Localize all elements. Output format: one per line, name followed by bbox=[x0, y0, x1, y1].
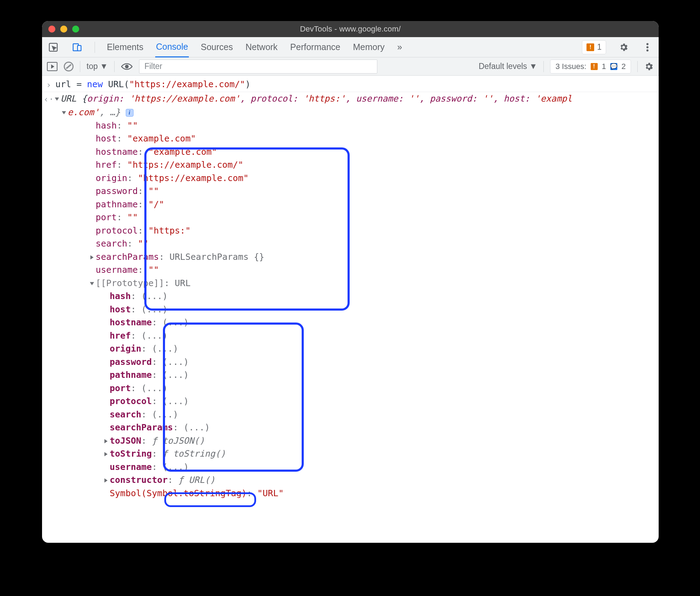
tab-elements[interactable]: Elements bbox=[106, 37, 144, 57]
expand-icon[interactable] bbox=[62, 111, 66, 115]
prop-value: URL bbox=[175, 278, 191, 288]
prop-row[interactable]: href: "https://example.com/" bbox=[42, 158, 659, 172]
prop-key: pathname bbox=[110, 370, 152, 380]
minimize-icon[interactable] bbox=[60, 26, 67, 33]
prop-key: , protocol: bbox=[240, 93, 303, 104]
prop-line: toString: ƒ toString() bbox=[55, 447, 659, 460]
zoom-icon[interactable] bbox=[72, 26, 79, 33]
inspect-icon[interactable] bbox=[47, 41, 60, 54]
prop-row[interactable]: pathname: "/" bbox=[42, 198, 659, 211]
prop-value: '' bbox=[409, 93, 419, 104]
prop-key: searchParams bbox=[110, 422, 173, 432]
prop-row[interactable]: search: (...) bbox=[42, 408, 659, 421]
keyword-new: new bbox=[87, 79, 103, 89]
prop-row[interactable]: protocol: "https:" bbox=[42, 224, 659, 237]
expand-icon[interactable] bbox=[104, 452, 108, 456]
prop-row[interactable]: port: "" bbox=[42, 211, 659, 224]
show-sidebar-icon[interactable] bbox=[47, 62, 57, 71]
tab-console[interactable]: Console bbox=[155, 37, 189, 57]
issues-chip[interactable]: 3 Issues: ! 1 💬 2 bbox=[550, 60, 631, 74]
prop-row[interactable]: host: (...) bbox=[42, 303, 659, 316]
class-name: URL bbox=[103, 79, 124, 89]
prop-row[interactable]: protocol: (...) bbox=[42, 395, 659, 408]
prop-row[interactable]: href: (...) bbox=[42, 329, 659, 342]
prop-row[interactable]: username: (...) bbox=[42, 460, 659, 474]
svg-point-4 bbox=[646, 46, 648, 48]
prop-value: "/" bbox=[149, 199, 164, 209]
prop-row[interactable]: hostname: (...) bbox=[42, 316, 659, 329]
issues-warn-count: 1 bbox=[602, 62, 606, 71]
clear-console-icon[interactable] bbox=[64, 62, 74, 71]
info-badge-icon[interactable]: i bbox=[126, 109, 133, 117]
prop-value: "" bbox=[127, 120, 138, 131]
prop-row[interactable]: search: "" bbox=[42, 237, 659, 250]
expand-icon[interactable] bbox=[90, 255, 94, 259]
prop-row[interactable]: toString: ƒ toString() bbox=[42, 447, 659, 460]
tab-sources[interactable]: Sources bbox=[200, 37, 234, 57]
prop-row[interactable]: origin: "https://example.com" bbox=[42, 172, 659, 185]
expand-icon[interactable] bbox=[104, 439, 108, 443]
tab-performance[interactable]: Performance bbox=[289, 37, 341, 57]
close-icon[interactable] bbox=[48, 26, 55, 33]
prop-row[interactable]: searchParams: URLSearchParams {} bbox=[42, 250, 659, 264]
prop-key: hostname bbox=[110, 317, 152, 327]
console-result-row[interactable]: ‹· URL {origin: 'https://example.com', p… bbox=[42, 92, 659, 106]
prop-row[interactable]: hostname: "example.com" bbox=[42, 145, 659, 159]
prop-value: 'exampl bbox=[535, 93, 572, 104]
prop-row[interactable]: constructor: ƒ URL() bbox=[42, 473, 659, 487]
prop-key: port bbox=[96, 212, 117, 222]
settings-icon[interactable] bbox=[617, 41, 630, 54]
prop-row[interactable]: toJSON: ƒ toJSON() bbox=[42, 434, 659, 448]
prop-key: password bbox=[96, 186, 138, 196]
tab-memory[interactable]: Memory bbox=[352, 37, 385, 57]
prop-value: (...) bbox=[163, 370, 189, 380]
console-settings-icon[interactable] bbox=[644, 62, 654, 71]
prop-row[interactable]: host: "example.com" bbox=[42, 132, 659, 145]
prop-row[interactable]: hash: "" bbox=[42, 119, 659, 132]
expand-icon[interactable] bbox=[90, 282, 94, 285]
log-levels-selector[interactable]: Default levels ▼ bbox=[479, 62, 537, 71]
prop-key: origin: bbox=[87, 93, 129, 104]
prop-value: (...) bbox=[163, 357, 189, 367]
result-icon: ‹· bbox=[42, 92, 55, 106]
expand-icon[interactable] bbox=[104, 478, 108, 483]
prop-key: origin bbox=[96, 173, 127, 183]
prop-key: username bbox=[110, 462, 152, 472]
kebab-icon[interactable] bbox=[641, 41, 654, 54]
prop-line: pathname: (...) bbox=[55, 368, 659, 382]
ellipsis: , …} bbox=[99, 107, 125, 117]
prop-line: pathname: "/" bbox=[55, 198, 659, 211]
divider bbox=[637, 61, 638, 72]
prop-row[interactable]: password: "" bbox=[42, 185, 659, 198]
tabs-overflow[interactable]: » bbox=[397, 37, 403, 57]
prop-value: "" bbox=[149, 265, 159, 275]
prop-key: , host: bbox=[493, 93, 535, 104]
symbol-key: Symbol(Symbol.toStringTag) bbox=[110, 488, 247, 498]
prop-value: 'https://example.com' bbox=[129, 93, 240, 104]
prop-line: toJSON: ƒ toJSON() bbox=[55, 434, 659, 448]
prop-row[interactable]: searchParams: (...) bbox=[42, 421, 659, 434]
prop-value: 'https:' bbox=[303, 93, 345, 104]
warnings-chip[interactable]: ! 1 bbox=[582, 40, 606, 54]
svg-point-5 bbox=[646, 49, 648, 51]
device-toggle-icon[interactable] bbox=[71, 41, 83, 54]
context-selector[interactable]: top ▼ bbox=[87, 62, 108, 71]
live-expression-icon[interactable] bbox=[121, 62, 133, 71]
prop-row[interactable]: Symbol(Symbol.toStringTag): "URL" bbox=[42, 487, 659, 500]
prop-key: toJSON bbox=[110, 436, 141, 446]
prop-row[interactable]: pathname: (...) bbox=[42, 368, 659, 382]
prop-row[interactable]: hash: (...) bbox=[42, 290, 659, 303]
prop-row[interactable]: port: (...) bbox=[42, 382, 659, 395]
warnings-count: 1 bbox=[597, 42, 602, 52]
prop-value: e.com' bbox=[68, 107, 99, 117]
prop-row[interactable]: password: (...) bbox=[42, 355, 659, 369]
console-log-area[interactable]: › url = new URL("https://example.com/") … bbox=[42, 76, 659, 543]
expand-icon[interactable] bbox=[55, 97, 59, 101]
prop-key: host bbox=[110, 304, 131, 314]
prototype-row[interactable]: [[Prototype]]: URL bbox=[42, 277, 659, 290]
prop-row[interactable]: username: "" bbox=[42, 263, 659, 277]
prop-line: username: (...) bbox=[55, 460, 659, 474]
prop-row[interactable]: origin: (...) bbox=[42, 342, 659, 355]
tab-network[interactable]: Network bbox=[245, 37, 279, 57]
filter-input[interactable] bbox=[139, 60, 377, 74]
